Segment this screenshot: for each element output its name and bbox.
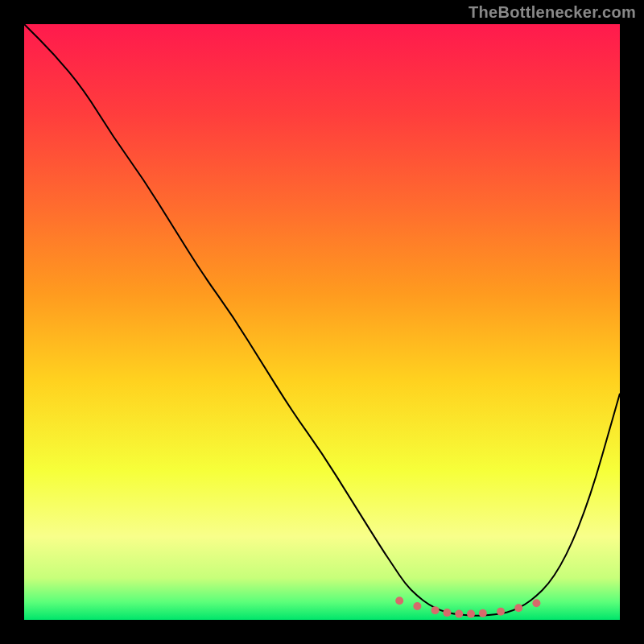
chart-plot-area <box>24 24 620 620</box>
curve-marker <box>431 606 440 614</box>
curve-marker <box>467 610 475 618</box>
watermark-label: TheBottlenecker.com <box>469 3 636 22</box>
curve-marker <box>455 610 463 618</box>
curve-marker <box>532 599 540 607</box>
curve-marker <box>497 608 505 616</box>
curve-marker <box>479 609 487 617</box>
curve-marker <box>413 602 421 610</box>
curve-marker <box>395 597 403 605</box>
curve-marker <box>443 609 451 617</box>
chart-container: TheBottlenecker.com <box>0 0 644 644</box>
chart-background <box>24 24 620 620</box>
curve-marker <box>514 604 522 612</box>
chart-svg <box>24 24 620 620</box>
